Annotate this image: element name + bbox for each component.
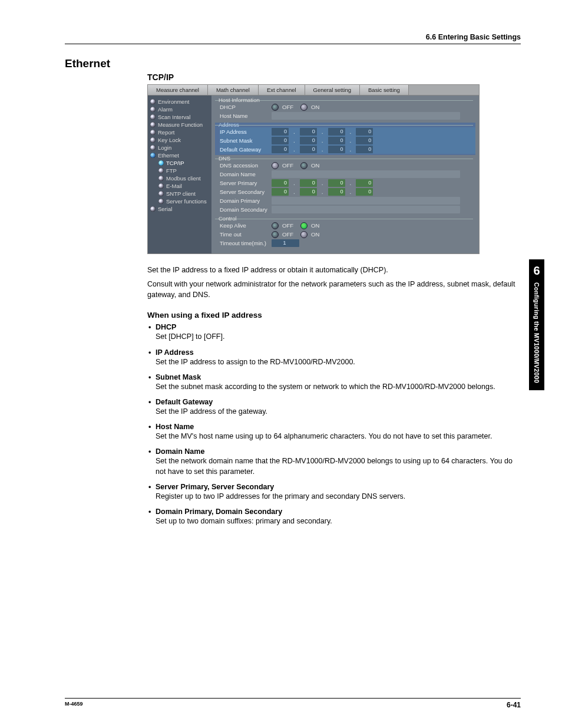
tree-bullet-icon	[158, 183, 164, 189]
tree-item-server-functions[interactable]: Server functions	[148, 197, 211, 205]
settings-tree: EnvironmentAlarmScan IntervalMeasure Fun…	[148, 95, 211, 253]
tree-item-alarm[interactable]: Alarm	[148, 106, 211, 113]
radio-dns-on[interactable]	[300, 162, 308, 169]
tree-item-ftp[interactable]: FTP	[148, 167, 211, 174]
bullet-item: Domain Primary, Domain SecondarySet up t…	[147, 508, 521, 526]
radio-dhcp-off[interactable]	[272, 104, 279, 111]
radio-timeout-on[interactable]	[300, 231, 308, 238]
page-footer: M-4659 6-41	[65, 698, 521, 709]
tree-label: Ethernet	[158, 151, 179, 159]
tree-item-login[interactable]: Login	[148, 144, 211, 151]
tree-bullet-icon	[150, 137, 156, 143]
input-domain-name[interactable]	[272, 170, 460, 178]
tree-item-tcp-ip[interactable]: TCP/IP	[148, 159, 211, 167]
chapter-tab: 6 Configuring the MV1000/MV2000	[529, 259, 544, 390]
label-server-primary: Server Primary	[220, 180, 268, 186]
tree-item-environment[interactable]: Environment	[148, 98, 211, 106]
input-host-name[interactable]	[272, 112, 460, 120]
bullet-body: Set the network domain name that the RD-…	[147, 456, 521, 477]
input-domain-secondary[interactable]	[272, 206, 460, 213]
tree-bullet-icon	[150, 99, 156, 104]
tree-label: Key Lock	[158, 136, 181, 144]
tree-item-scan-interval[interactable]: Scan Interval	[148, 113, 211, 121]
tree-label: Measure Function	[158, 121, 203, 129]
tree-bullet-icon	[158, 176, 164, 181]
label-timeout-time: Timeout time(min.)	[220, 240, 268, 246]
tab-ext-channel[interactable]: Ext channel	[259, 85, 305, 95]
input-domain-primary[interactable]	[272, 197, 460, 205]
footer-doc-id: M-4659	[65, 701, 83, 709]
tree-item-measure-function[interactable]: Measure Function	[148, 121, 211, 129]
tree-item-sntp-client[interactable]: SNTP client	[148, 190, 211, 197]
tree-item-e-mail[interactable]: E-Mail	[148, 182, 211, 190]
label-dhcp: DHCP	[220, 104, 268, 110]
tab-basic-setting[interactable]: Basic setting	[360, 85, 409, 95]
radio-timeout-off[interactable]	[272, 231, 279, 238]
bullet-item: Server Primary, Server SecondaryRegister…	[147, 483, 521, 502]
label-default-gateway: Default Gateway	[220, 146, 268, 153]
tree-item-serial[interactable]: Serial	[148, 205, 211, 213]
radio-dhcp-on[interactable]	[300, 104, 308, 111]
ip-oct-4[interactable]: 0	[356, 128, 373, 136]
bullet-head: Subnet Mask	[147, 373, 521, 381]
bullet-item: Domain NameSet the network domain name t…	[147, 447, 521, 477]
label-domain-secondary: Domain Secondary	[220, 206, 268, 213]
tab-general-setting[interactable]: General setting	[305, 85, 360, 95]
footer-page-number: 6-41	[507, 701, 521, 709]
tree-label: Alarm	[158, 106, 173, 113]
tree-label: Scan Interval	[158, 113, 190, 121]
tree-label: TCP/IP	[166, 159, 184, 167]
tree-bullet-icon	[150, 122, 156, 127]
bullet-body: Set [DHCP] to [OFF].	[147, 331, 521, 342]
tab-math-channel[interactable]: Math channel	[208, 85, 259, 95]
tcpip-screenshot: Measure channel Math channel Ext channel…	[147, 84, 480, 254]
group-host-info: Host Information DHCP OFF ON Host Name	[215, 98, 475, 121]
tree-label: Environment	[158, 98, 189, 106]
radio-keepalive-off[interactable]	[272, 222, 279, 229]
tree-label: E-Mail	[166, 182, 182, 190]
bullet-item: Default GatewaySet the IP address of the…	[147, 398, 521, 417]
tree-item-modbus-client[interactable]: Modbus client	[148, 174, 211, 182]
breadcrumb: 6.6 Entering Basic Settings	[426, 33, 521, 41]
label-timeout: Time out	[220, 231, 268, 238]
tree-item-report[interactable]: Report	[148, 129, 211, 136]
ip-oct-2[interactable]: 0	[300, 128, 317, 136]
group-address: Address IP Address 0. 0. 0. 0 Subnet Mas…	[215, 123, 475, 155]
tree-item-key-lock[interactable]: Key Lock	[148, 136, 211, 144]
chapter-title: Configuring the MV1000/MV2000	[533, 282, 540, 383]
tree-item-ethernet[interactable]: Ethernet	[148, 151, 211, 159]
tree-bullet-icon	[150, 206, 156, 212]
input-timeout-time[interactable]: 1	[272, 239, 299, 247]
tree-label: SNTP client	[166, 190, 196, 197]
label-ip-address: IP Address	[220, 129, 268, 135]
ip-oct-1[interactable]: 0	[272, 128, 289, 136]
intro-line-2: Consult with your network administrator …	[147, 279, 521, 300]
bullet-body: Set the IP address of the gateway.	[147, 406, 521, 417]
intro-line-1: Set the IP address to a fixed IP address…	[147, 265, 521, 275]
ip-oct-3[interactable]: 0	[328, 128, 345, 136]
bullet-item: IP AddressSet the IP address to assign t…	[147, 348, 521, 367]
bullet-body: Register up to two IP addresses for the …	[147, 491, 521, 502]
label-server-secondary: Server Secondary	[220, 189, 268, 195]
tree-bullet-icon	[150, 145, 156, 150]
bullet-body: Set the IP address to assign to the RD-M…	[147, 357, 521, 367]
bullet-list: DHCPSet [DHCP] to [OFF].IP AddressSet th…	[147, 323, 521, 526]
section-title: Ethernet	[65, 57, 521, 70]
tree-bullet-icon	[158, 168, 164, 173]
tree-label: Server functions	[166, 197, 207, 205]
tree-bullet-icon	[158, 160, 164, 166]
label-domain-primary: Domain Primary	[220, 197, 268, 204]
heading-fixed-ip: When using a fixed IP address	[147, 311, 521, 319]
radio-dns-off[interactable]	[272, 162, 279, 169]
bullet-item: Subnet MaskSet the subnet mask according…	[147, 373, 521, 392]
radio-keepalive-on[interactable]	[300, 222, 308, 229]
tab-measure-channel[interactable]: Measure channel	[148, 85, 208, 95]
page-header: 6.6 Entering Basic Settings	[65, 33, 521, 44]
legend-dns: DNS	[217, 155, 232, 162]
bullet-head: Domain Primary, Domain Secondary	[147, 508, 521, 516]
group-dns: DNS DNS accession OFF ON Domain Name	[215, 156, 475, 215]
label-host-name: Host Name	[220, 113, 268, 119]
tree-bullet-icon	[150, 153, 156, 158]
legend-host-info: Host Information	[217, 97, 261, 103]
tree-bullet-icon	[150, 107, 156, 112]
